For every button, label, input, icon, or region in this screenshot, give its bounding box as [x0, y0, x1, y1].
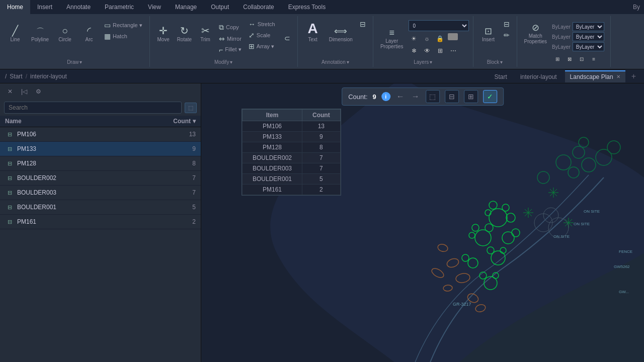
tab-output[interactable]: Output — [204, 0, 236, 14]
scale-button[interactable]: ⤢ Scale — [246, 30, 278, 40]
table-cell-item: BOULDER001 — [243, 174, 302, 185]
tab-insert[interactable]: Insert — [30, 0, 59, 14]
dimension-icon: ⟺ — [334, 27, 347, 36]
count-info-button[interactable]: i — [381, 92, 390, 101]
tab-start[interactable]: Start — [490, 70, 512, 82]
tab-collaborate[interactable]: Collaborate — [236, 0, 281, 14]
trim-button[interactable]: ✂ Trim — [196, 18, 215, 44]
count-view-button[interactable]: ⊞ — [464, 90, 478, 103]
layers-group-label[interactable]: Layers▾ — [414, 59, 432, 65]
col-name-header: Name — [5, 118, 166, 125]
move-button[interactable]: ✛ Move — [154, 18, 173, 44]
close-panel-button[interactable]: ✕ — [4, 85, 16, 98]
prop-icon-1[interactable]: ⊞ — [552, 53, 563, 64]
tab-annotate[interactable]: Annotate — [59, 0, 98, 14]
count-prev-button[interactable]: ← — [395, 92, 406, 101]
trim-icon: ✂ — [201, 26, 210, 36]
copy-button[interactable]: ⧉ Copy — [216, 22, 245, 33]
linetype-selector[interactable]: ByLayer — [573, 32, 604, 41]
ribbon-group-block: ⊡ Insert ⊟ ✏ Block▾ — [473, 16, 517, 67]
modify-group-label[interactable]: Modify▾ — [214, 59, 232, 65]
lineweight-selector[interactable]: ByLayer — [573, 42, 604, 51]
ribbon-group-layers: ≡ LayerProperties 0 ☀ ☼ 🔒 — [373, 16, 473, 67]
create-block-button[interactable]: ⊟ — [501, 19, 513, 29]
color-selector[interactable]: ByLayer — [573, 22, 604, 31]
layer-selector[interactable]: 0 — [409, 20, 469, 31]
list-item[interactable]: ⊟ BOULDER002 7 — [0, 171, 201, 186]
count-confirm-button[interactable]: ✓ — [483, 90, 497, 103]
tab-parametric[interactable]: Parametric — [98, 0, 141, 14]
layer-more-icon[interactable]: ⋯ — [448, 45, 459, 56]
rotate-button[interactable]: ↻ Rotate — [174, 18, 195, 44]
list-item[interactable]: ⊟ BOULDER001 5 — [0, 200, 201, 215]
layer-sun2-icon[interactable]: ☼ — [422, 33, 433, 44]
tab-home[interactable]: Home — [0, 0, 30, 14]
rectangle-button[interactable]: ▭ Rectangle ▾ — [101, 20, 145, 30]
layer-freeze-icon[interactable]: ❄ — [409, 45, 420, 56]
tab-interior-layout[interactable]: interior-layout — [515, 70, 562, 82]
line-button[interactable]: ╱ Line — [4, 18, 26, 44]
list-item[interactable]: ⊟ PM133 9 — [0, 142, 201, 156]
layer-lock-icon[interactable]: 🔒 — [435, 33, 446, 44]
layer-properties-button[interactable]: ≡ LayerProperties — [377, 25, 407, 51]
tab-view[interactable]: View — [141, 0, 168, 14]
add-tab-button[interactable]: + — [628, 72, 639, 81]
item-count: 5 — [166, 204, 196, 211]
prop-icon-4[interactable]: ≡ — [588, 53, 599, 64]
draw-group-label[interactable]: Draw▾ — [67, 59, 82, 65]
ribbon-group-modify: ✛ Move ↻ Rotate ✂ Trim ⧉ Copy — [150, 16, 298, 67]
canvas-area[interactable]: GR-3217 ON SITE ON SITE ON SITE FENCE GW… — [201, 83, 644, 362]
prop-icon-2[interactable]: ⊠ — [564, 53, 575, 64]
layer-grid-icon[interactable]: ⊞ — [435, 45, 446, 56]
col-count-header[interactable]: Count ▾ — [166, 118, 196, 125]
breadcrumb-start[interactable]: Start — [10, 73, 22, 80]
stretch-button[interactable]: ↔ Stretch — [246, 19, 278, 29]
svg-text:GR-3217: GR-3217 — [453, 302, 471, 307]
layer-eye-icon[interactable]: 👁 — [422, 45, 433, 56]
circle-icon: ○ — [62, 26, 68, 36]
layer-color-icon[interactable] — [448, 33, 458, 40]
text-icon: A — [308, 22, 318, 36]
list-item[interactable]: ⊟ PM128 8 — [0, 156, 201, 171]
count-next-button[interactable]: → — [411, 92, 421, 101]
edit-block-button[interactable]: ✏ — [501, 30, 513, 40]
table-button[interactable]: ⊟ — [357, 19, 369, 29]
prop-icon-3[interactable]: ⊡ — [576, 53, 587, 64]
tab-landscape-plan[interactable]: Landscape Plan ✕ — [565, 70, 625, 82]
count-select-all-button[interactable]: ⬚ — [426, 90, 440, 103]
list-item[interactable]: ⊟ BOULDER003 7 — [0, 186, 201, 200]
breadcrumb-home: / — [5, 73, 7, 80]
select-region-button[interactable]: ⬚ — [185, 103, 197, 113]
tab-express-tools[interactable]: Express Tools — [281, 0, 333, 14]
breadcrumb-interior[interactable]: interior-layout — [30, 73, 67, 80]
close-tab-icon[interactable]: ✕ — [616, 74, 620, 79]
text-button[interactable]: A Text — [302, 18, 324, 44]
pin-panel-button[interactable]: |◁ — [18, 85, 30, 98]
block-group-label[interactable]: Block▾ — [487, 59, 503, 65]
match-properties-button[interactable]: ⊘ MatchProperties — [521, 20, 550, 46]
polyline-button[interactable]: ⌒ Polyline — [28, 18, 52, 44]
tab-manage[interactable]: Manage — [168, 0, 204, 14]
table-cell-count: 9 — [302, 132, 341, 142]
edit-block-icon: ✏ — [504, 31, 510, 39]
arc-button[interactable]: ◜ Arc — [78, 18, 100, 44]
ribbon-tab-bar: Home Insert Annotate Parametric View Man… — [0, 0, 644, 14]
hatch-button[interactable]: ▦ Hatch — [101, 31, 145, 41]
annotation-group-label[interactable]: Annotation▾ — [321, 59, 349, 65]
dimension-button[interactable]: ⟺ Dimension — [326, 18, 356, 44]
insert-button[interactable]: ⊡ Insert — [477, 18, 500, 44]
list-item[interactable]: ⊟ PM161 2 — [0, 215, 201, 229]
circle-button[interactable]: ○ Circle — [54, 18, 76, 44]
table-row: BOULDER001 5 — [243, 174, 341, 185]
count-deselect-button[interactable]: ⊟ — [445, 90, 459, 103]
table-cell-item: PM133 — [243, 132, 302, 142]
mirror-button[interactable]: ⇔ Mirror — [216, 34, 245, 44]
fillet-button[interactable]: ⌐ Fillet ▾ — [216, 45, 245, 55]
array-button[interactable]: ⊞ Array ▾ — [246, 41, 278, 51]
list-item[interactable]: ⊟ PM106 13 — [0, 127, 201, 142]
erase-button[interactable]: ⊂ — [281, 33, 293, 43]
settings-panel-button[interactable]: ⚙ — [32, 85, 44, 98]
layer-sun-icon[interactable]: ☀ — [409, 33, 420, 44]
item-count: 13 — [166, 131, 196, 138]
search-input[interactable] — [4, 102, 182, 114]
